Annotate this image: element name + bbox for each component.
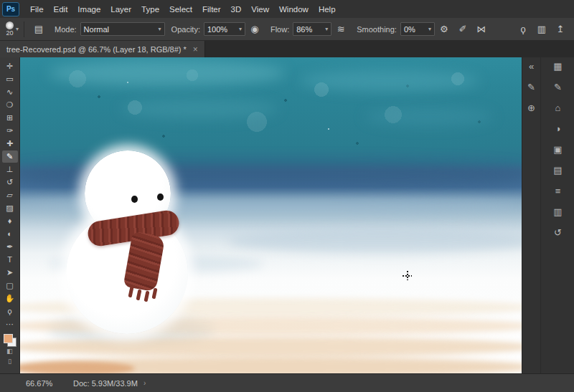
blend-mode-dropdown[interactable]: Normal ▾ xyxy=(80,22,165,36)
channels-panel-icon[interactable]: ▥ xyxy=(551,206,565,218)
document-tab[interactable]: tree-Recovered.psd @ 66.7% (Layer 18, RG… xyxy=(0,41,205,57)
eraser-tool-icon[interactable]: ▱ xyxy=(2,189,18,201)
opacity-pressure-icon[interactable]: ◉ xyxy=(248,24,261,34)
menu-item-select[interactable]: Select xyxy=(164,1,197,18)
search-icon[interactable]: ϙ xyxy=(517,24,530,34)
menu-item-type[interactable]: Type xyxy=(136,1,164,18)
panel-dock: « ✎ ⊕ ▦ ✎ ⌂ ◑ ▣ ▤ ≡ ▥ ↺ xyxy=(522,57,574,373)
marquee-tool-icon[interactable]: ▭ xyxy=(2,73,18,85)
snowman-left-eye xyxy=(131,196,138,203)
brush-settings-panel-toggle-icon[interactable]: ▤ xyxy=(32,24,45,34)
brush-settings-panel-icon[interactable]: ✎ xyxy=(524,82,539,93)
close-tab-icon[interactable]: × xyxy=(193,44,198,54)
menu-item-view[interactable]: View xyxy=(246,1,274,18)
menu-item-file[interactable]: File xyxy=(25,1,49,18)
layers-panel-icon[interactable]: ≡ xyxy=(551,186,565,197)
paint-symmetry-icon[interactable]: ⋈ xyxy=(475,24,488,34)
opacity-dropdown[interactable]: 100% ▾ xyxy=(204,22,245,36)
brush-preset-picker[interactable]: 20 ▾ xyxy=(6,21,19,37)
clone-stamp-tool-icon[interactable]: ⊥ xyxy=(2,163,18,176)
color-swatches[interactable] xyxy=(4,334,17,347)
brush-crosshair-cursor xyxy=(403,271,412,280)
chevron-down-icon: ▾ xyxy=(239,26,242,32)
mode-label: Mode: xyxy=(55,25,77,34)
workspace-switcher-icon[interactable]: ▥ xyxy=(535,24,548,34)
snowman-right-eye xyxy=(157,193,164,201)
smoothing-options-gear-icon[interactable]: ⚙ xyxy=(438,24,451,34)
flow-value: 86% xyxy=(296,25,312,34)
smoothing-label: Smoothing: xyxy=(357,25,397,34)
styles-panel-icon[interactable]: ▣ xyxy=(551,144,565,156)
brush-size-value: 20 xyxy=(6,30,13,37)
share-icon[interactable]: ↥ xyxy=(554,24,567,34)
quick-selection-tool-icon[interactable]: ❍ xyxy=(2,99,18,111)
color-panel-icon[interactable]: ▤ xyxy=(551,165,565,176)
lasso-tool-icon[interactable]: ∿ xyxy=(2,86,18,98)
swatches-panel-icon[interactable]: ▦ xyxy=(551,61,565,72)
chevron-down-icon: ▾ xyxy=(325,26,328,32)
menu-item-filter[interactable]: Filter xyxy=(197,1,226,18)
flow-dropdown[interactable]: 86% ▾ xyxy=(293,22,331,36)
panel-dock-wide-column: ▦ ✎ ⌂ ◑ ▣ ▤ ≡ ▥ ↺ xyxy=(541,57,574,373)
libraries-panel-icon[interactable]: ⌂ xyxy=(551,102,565,114)
opacity-value: 100% xyxy=(207,25,227,34)
menu-item-help[interactable]: Help xyxy=(314,1,341,18)
menu-item-3d[interactable]: 3D xyxy=(226,1,247,18)
history-panel-icon[interactable]: ↺ xyxy=(551,227,565,239)
size-pressure-icon[interactable]: ✐ xyxy=(456,24,469,34)
clone-source-panel-icon[interactable]: ⊕ xyxy=(524,102,539,114)
zoom-tool-icon[interactable]: ϙ xyxy=(2,305,18,317)
status-bar: 66.67% Doc: 5.93M/33.9M › xyxy=(0,373,574,392)
document-tab-bar: tree-Recovered.psd @ 66.7% (Layer 18, RG… xyxy=(0,40,574,57)
status-options-chevron-icon[interactable]: › xyxy=(144,379,146,387)
options-bar: 20 ▾ ▤ Mode: Normal ▾ Opacity: 100% ▾ ◉ … xyxy=(0,18,574,41)
sky-light-patch xyxy=(49,60,286,86)
menu-item-image[interactable]: Image xyxy=(72,1,105,18)
photoshop-logo-icon: Ps xyxy=(2,2,19,16)
adjustments-panel-icon[interactable]: ◑ xyxy=(551,123,565,135)
panel-dock-narrow-column: « ✎ ⊕ xyxy=(522,57,541,373)
smoothing-value: 0% xyxy=(404,25,415,34)
brush-tip-icon xyxy=(6,21,14,29)
snow-shadow-streak xyxy=(228,229,522,254)
move-tool-icon[interactable]: ✛ xyxy=(2,60,18,72)
brush-tool-icon[interactable]: ✎ xyxy=(2,150,18,163)
photoshop-window: Ps File Edit Image Layer Type Select Fil… xyxy=(0,0,574,392)
eyedropper-tool-icon[interactable]: ✑ xyxy=(2,125,18,137)
healing-brush-tool-icon[interactable]: ✚ xyxy=(2,138,18,150)
crop-tool-icon[interactable]: ⊞ xyxy=(2,112,18,124)
menu-item-edit[interactable]: Edit xyxy=(49,1,73,18)
menu-bar: Ps File Edit Image Layer Type Select Fil… xyxy=(0,0,574,19)
smoothing-dropdown[interactable]: 0% ▾ xyxy=(400,22,435,36)
menu-item-window[interactable]: Window xyxy=(274,1,314,18)
tools-panel: ✛ ▭ ∿ ❍ ⊞ ✑ ✚ ✎ ⊥ ↺ ▱ ▨ ♦ ◐ ✒ T ➤ ▢ ✋ ϙ … xyxy=(0,57,20,373)
gradient-tool-icon[interactable]: ▨ xyxy=(2,202,18,214)
blur-tool-icon[interactable]: ♦ xyxy=(2,215,18,227)
sky-light-patch xyxy=(300,70,479,92)
dodge-tool-icon[interactable]: ◐ xyxy=(2,228,18,240)
chevron-down-icon: ▾ xyxy=(428,26,431,32)
shape-tool-icon[interactable]: ▢ xyxy=(2,279,18,292)
screen-mode-icon[interactable]: ▯ xyxy=(2,357,18,366)
menu-item-layer[interactable]: Layer xyxy=(105,1,136,18)
brushes-panel-icon[interactable]: ✎ xyxy=(551,82,565,93)
type-tool-icon[interactable]: T xyxy=(2,254,18,266)
document-size-info: Doc: 5.93M/33.9M xyxy=(73,379,138,388)
pen-tool-icon[interactable]: ✒ xyxy=(2,241,18,253)
flow-label: Flow: xyxy=(270,25,289,34)
path-selection-tool-icon[interactable]: ➤ xyxy=(2,267,18,279)
blend-mode-value: Normal xyxy=(84,25,109,34)
edit-toolbar-icon[interactable]: ⋯ xyxy=(2,318,18,330)
hand-tool-icon[interactable]: ✋ xyxy=(2,292,18,305)
quick-mask-icon[interactable]: ◧ xyxy=(2,347,18,356)
canvas[interactable] xyxy=(20,57,522,373)
opacity-label: Opacity: xyxy=(171,25,200,34)
snow-peach-stroke xyxy=(20,361,135,373)
chevron-down-icon: ▾ xyxy=(159,26,161,32)
collapse-panels-icon[interactable]: « xyxy=(524,61,539,72)
history-brush-tool-icon[interactable]: ↺ xyxy=(2,176,18,188)
zoom-level-field[interactable]: 66.67% xyxy=(26,379,60,388)
airbrush-icon[interactable]: ≋ xyxy=(334,24,347,34)
foreground-color-swatch[interactable] xyxy=(4,334,13,343)
separator xyxy=(24,21,24,37)
